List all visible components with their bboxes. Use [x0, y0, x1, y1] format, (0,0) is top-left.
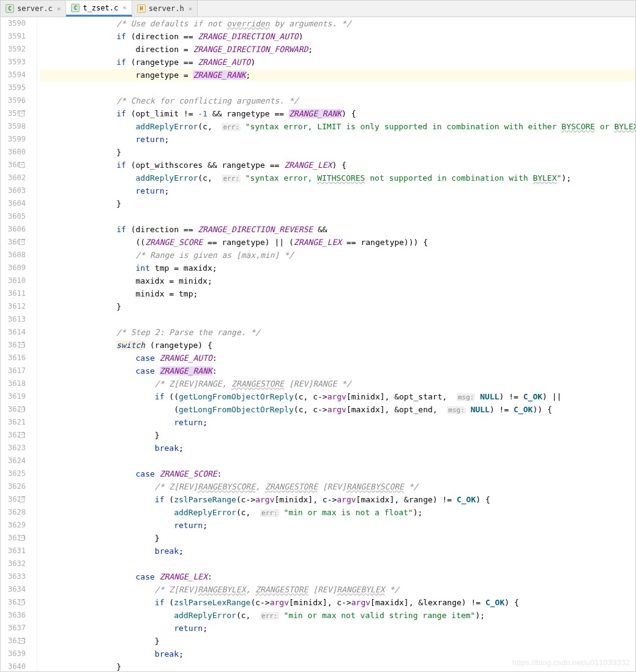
line-number: 3600	[1, 146, 26, 159]
code-line[interactable]: ((ZRANGE_SCORE == rangetype) || (ZRANGE_…	[40, 236, 635, 249]
line-number: 3626	[1, 480, 26, 493]
line-number: 3602	[1, 172, 26, 184]
code-line[interactable]: break;	[40, 545, 635, 557]
code-line[interactable]: addReplyError(c, err: "syntax error, WIT…	[40, 172, 635, 184]
tab-server-h[interactable]: Hserver.h×	[132, 1, 198, 17]
line-number: 3597−	[1, 107, 26, 120]
close-icon[interactable]: ×	[57, 5, 61, 13]
line-number: 3633	[1, 570, 26, 583]
fold-icon[interactable]: −	[19, 111, 24, 116]
code-line[interactable]: addReplyError(c, err: "syntax error, LIM…	[40, 120, 635, 133]
line-number: 3635−	[1, 596, 26, 609]
fold-icon[interactable]: −	[19, 432, 24, 438]
fold-icon[interactable]: −	[19, 342, 24, 348]
code-line[interactable]	[40, 557, 635, 570]
code-line[interactable]: }	[40, 635, 635, 647]
line-number: 3625	[1, 467, 26, 480]
code-line[interactable]: return;	[40, 622, 635, 635]
line-number: 3603	[1, 184, 26, 197]
code-line[interactable]: (getLongFromObjectOrReply(c, c->argv[max…	[40, 403, 635, 416]
line-number: 3599	[1, 133, 26, 146]
file-type-icon: H	[137, 4, 146, 13]
code-line[interactable]: if (opt_limit != -1 && rangetype == ZRAN…	[40, 107, 635, 120]
code-line[interactable]: addReplyError(c, err: "min or max is not…	[40, 506, 635, 519]
line-number: 3622−	[1, 429, 26, 442]
code-line[interactable]: if (opt_withscores && rangetype == ZRANG…	[40, 159, 635, 172]
code-line[interactable]	[40, 313, 635, 326]
line-number: 3627−	[1, 493, 26, 506]
line-number: 3624	[1, 455, 26, 467]
code-line[interactable]	[40, 210, 635, 223]
code-line[interactable]: /* Use defaults if not overriden by argu…	[40, 17, 635, 30]
code-line[interactable]: /* Range is given as [max,min] */	[40, 249, 635, 262]
code-line[interactable]: }	[40, 660, 635, 671]
code-line[interactable]: case ZRANGE_RANK:	[40, 364, 635, 377]
code-line[interactable]: minidx = tmp;	[40, 287, 635, 300]
code-line[interactable]	[40, 455, 635, 467]
code-line[interactable]: /* Check for conflicting arguments. */	[40, 94, 635, 107]
line-number: 3620−	[1, 403, 26, 416]
editor-area: 35903591359235933594359535963597−3598359…	[1, 17, 635, 671]
line-number: 3632	[1, 557, 26, 570]
line-number: 3614	[1, 326, 26, 339]
code-line[interactable]: }	[40, 300, 635, 313]
code-line[interactable]: }	[40, 429, 635, 442]
fold-icon[interactable]: −	[19, 240, 24, 245]
code-line[interactable]: break;	[40, 647, 635, 660]
code-line[interactable]: case ZRANGE_LEX:	[40, 570, 635, 583]
code-line[interactable]: /* Z[REV]RANGE, ZRANGESTORE [REV]RANGE *…	[40, 377, 635, 390]
code-line[interactable]: /* Z[REV]RANGEBYLEX, ZRANGESTORE [REV]RA…	[40, 583, 635, 596]
line-number: 3592	[1, 43, 26, 56]
editor-window: Cserver.c×Ct_zset.c×Hserver.h× 359035913…	[0, 0, 636, 672]
line-number: 3611	[1, 287, 26, 300]
fold-icon[interactable]: −	[19, 535, 24, 541]
close-icon[interactable]: ×	[189, 5, 193, 13]
code-line[interactable]: }	[40, 532, 635, 545]
code-line[interactable]	[40, 81, 635, 94]
code-line[interactable]: case ZRANGE_SCORE:	[40, 467, 635, 480]
code-line[interactable]: if (zslParseRange(c->argv[minidx], c->ar…	[40, 493, 635, 506]
code-line[interactable]: return;	[40, 519, 635, 532]
tab-label: t_zset.c	[83, 4, 118, 12]
fold-icon[interactable]: −	[19, 407, 24, 412]
code-line[interactable]: return;	[40, 133, 635, 146]
line-number: 3621	[1, 416, 26, 429]
line-number: 3598	[1, 120, 26, 133]
line-number: 3591	[1, 30, 26, 43]
code-line[interactable]: return;	[40, 184, 635, 197]
code-line[interactable]: addReplyError(c, err: "min or max not va…	[40, 609, 635, 622]
tab-server-c[interactable]: Cserver.c×	[1, 1, 66, 17]
fold-icon[interactable]: −	[19, 600, 24, 605]
line-number: 3638−	[1, 635, 26, 647]
line-number: 3590	[1, 17, 26, 30]
line-number: 3593	[1, 56, 26, 69]
code-line[interactable]: if (direction == ZRANGE_DIRECTION_AUTO)	[40, 30, 635, 43]
code-line[interactable]: switch (rangetype) {	[40, 339, 635, 352]
code-line[interactable]: direction = ZRANGE_DIRECTION_FORWARD;	[40, 43, 635, 56]
fold-icon[interactable]: −	[19, 497, 24, 502]
code-line[interactable]: case ZRANGE_AUTO:	[40, 352, 635, 364]
code-line[interactable]: if (zslParseLexRange(c->argv[minidx], c-…	[40, 596, 635, 609]
code-line[interactable]: maxidx = minidx;	[40, 274, 635, 287]
code-view[interactable]: /* Use defaults if not overriden by argu…	[37, 17, 635, 671]
code-line[interactable]: break;	[40, 442, 635, 455]
line-number: 3608	[1, 249, 26, 262]
code-line[interactable]: }	[40, 146, 635, 159]
tab-t_zset-c[interactable]: Ct_zset.c×	[66, 1, 132, 17]
line-number: 3618	[1, 377, 26, 390]
code-line[interactable]: /* Step 2: Parse the range. */	[40, 326, 635, 339]
code-line[interactable]: int tmp = maxidx;	[40, 262, 635, 274]
code-line[interactable]: rangetype = ZRANGE_RANK;	[40, 69, 635, 81]
code-line[interactable]: if ((getLongFromObjectOrReply(c, c->argv…	[40, 390, 635, 403]
code-line[interactable]: }	[40, 197, 635, 210]
code-line[interactable]: if (rangetype == ZRANGE_AUTO)	[40, 56, 635, 69]
line-number: 3616	[1, 352, 26, 364]
fold-icon[interactable]: −	[19, 162, 24, 168]
close-icon[interactable]: ×	[122, 4, 127, 12]
code-line[interactable]: /* Z[REV]RANGEBYSCORE, ZRANGESTORE [REV]…	[40, 480, 635, 493]
line-number: 3634	[1, 583, 26, 596]
fold-icon[interactable]: −	[19, 638, 24, 644]
line-number: 3612	[1, 300, 26, 313]
code-line[interactable]: if (direction == ZRANGE_DIRECTION_REVERS…	[40, 223, 635, 236]
code-line[interactable]: return;	[40, 416, 635, 429]
